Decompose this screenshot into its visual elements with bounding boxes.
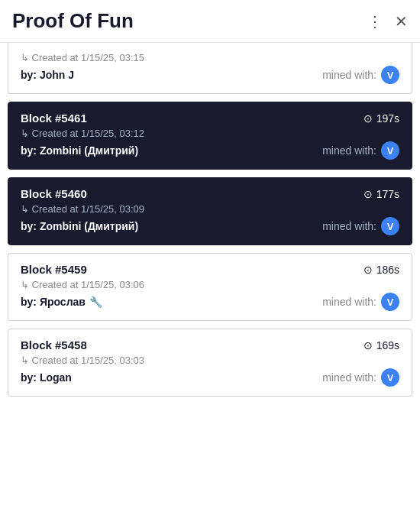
block-top-5459: Block #5459 ⊙ 186s bbox=[21, 263, 399, 276]
app-container: Proof Of Fun ⋮ ✕ ↳ Created at 1/15/25, 0… bbox=[0, 0, 420, 397]
close-icon[interactable]: ✕ bbox=[395, 14, 408, 29]
mined-with-partial: mined with: V bbox=[322, 66, 399, 84]
block-time-5458: ⊙ 169s bbox=[363, 339, 399, 351]
clock-icon-5460: ⊙ bbox=[363, 188, 373, 200]
block-by-5459: by: Ярослав 🔧 bbox=[21, 296, 102, 308]
block-number-5460: Block #5460 bbox=[21, 187, 87, 200]
clock-icon-5459: ⊙ bbox=[363, 264, 373, 276]
mined-with-label-partial: mined with: bbox=[322, 69, 376, 81]
block-card-partial: ↳ Created at 1/15/25, 03:15 by: John J m… bbox=[8, 43, 412, 94]
block-number-5459: Block #5459 bbox=[21, 263, 87, 276]
mined-with-5461: mined with: V bbox=[322, 141, 399, 160]
app-title: Proof Of Fun bbox=[12, 9, 134, 33]
block-number-5461: Block #5461 bbox=[21, 112, 87, 125]
v-badge-5460: V bbox=[381, 217, 399, 235]
header-actions: ⋮ ✕ bbox=[367, 14, 408, 29]
v-badge-partial: V bbox=[381, 66, 399, 84]
block-time-value-5460: 177s bbox=[376, 188, 399, 200]
mined-with-label-5459: mined with: bbox=[322, 296, 376, 308]
block-bottom-5461: by: Zombini (Дмитрий) mined with: V bbox=[21, 141, 399, 160]
block-time-5461: ⊙ 197s bbox=[363, 112, 399, 125]
block-top-5460: Block #5460 ⊙ 177s bbox=[21, 187, 399, 200]
block-time-value-5458: 169s bbox=[376, 339, 399, 351]
block-by-5458: by: Logan bbox=[21, 371, 72, 384]
v-badge-5461: V bbox=[381, 141, 399, 160]
mined-with-5459: mined with: V bbox=[322, 293, 399, 311]
block-created-5458: ↳ Created at 1/15/25, 03:03 bbox=[21, 355, 399, 366]
block-by-5461: by: Zombini (Дмитрий) bbox=[21, 144, 138, 157]
block-created-5459: ↳ Created at 1/15/25, 03:06 bbox=[21, 279, 399, 290]
block-created-partial: ↳ Created at 1/15/25, 03:15 bbox=[21, 52, 399, 63]
block-card-5458: Block #5458 ⊙ 169s ↳ Created at 1/15/25,… bbox=[8, 329, 412, 397]
mined-with-label-5458: mined with: bbox=[322, 371, 376, 384]
block-created-5460: ↳ Created at 1/15/25, 03:09 bbox=[21, 203, 399, 215]
block-by-5460: by: Zombini (Дмитрий) bbox=[21, 220, 138, 232]
block-time-value-5461: 197s bbox=[376, 112, 399, 125]
blocks-list: ↳ Created at 1/15/25, 03:15 by: John J m… bbox=[0, 43, 420, 397]
block-time-value-5459: 186s bbox=[376, 264, 399, 276]
block-bottom-5460: by: Zombini (Дмитрий) mined with: V bbox=[21, 217, 399, 235]
block-bottom-partial: by: John J mined with: V bbox=[21, 66, 399, 84]
block-card-5459: Block #5459 ⊙ 186s ↳ Created at 1/15/25,… bbox=[8, 253, 412, 321]
app-header: Proof Of Fun ⋮ ✕ bbox=[0, 0, 420, 43]
block-top-5458: Block #5458 ⊙ 169s bbox=[21, 339, 399, 351]
v-badge-5458: V bbox=[381, 368, 399, 387]
wrench-icon-5459: 🔧 bbox=[89, 296, 102, 308]
block-number-5458: Block #5458 bbox=[21, 339, 87, 351]
mined-with-5458: mined with: V bbox=[322, 368, 399, 387]
mined-with-label-5461: mined with: bbox=[322, 144, 376, 157]
block-top-5461: Block #5461 ⊙ 197s bbox=[21, 112, 399, 125]
block-card-5460: Block #5460 ⊙ 177s ↳ Created at 1/15/25,… bbox=[8, 177, 412, 245]
block-bottom-5458: by: Logan mined with: V bbox=[21, 368, 399, 387]
block-card-5461: Block #5461 ⊙ 197s ↳ Created at 1/15/25,… bbox=[8, 102, 412, 170]
block-by-partial: by: John J bbox=[21, 69, 74, 81]
mined-with-5460: mined with: V bbox=[322, 217, 399, 235]
block-time-5460: ⊙ 177s bbox=[363, 188, 399, 200]
block-created-5461: ↳ Created at 1/15/25, 03:12 bbox=[21, 128, 399, 139]
clock-icon-5461: ⊙ bbox=[363, 112, 373, 125]
block-bottom-5459: by: Ярослав 🔧 mined with: V bbox=[21, 293, 399, 311]
more-icon[interactable]: ⋮ bbox=[367, 14, 383, 29]
block-time-5459: ⊙ 186s bbox=[363, 264, 399, 276]
v-badge-5459: V bbox=[381, 293, 399, 311]
mined-with-label-5460: mined with: bbox=[322, 220, 376, 232]
clock-icon-5458: ⊙ bbox=[363, 339, 373, 351]
